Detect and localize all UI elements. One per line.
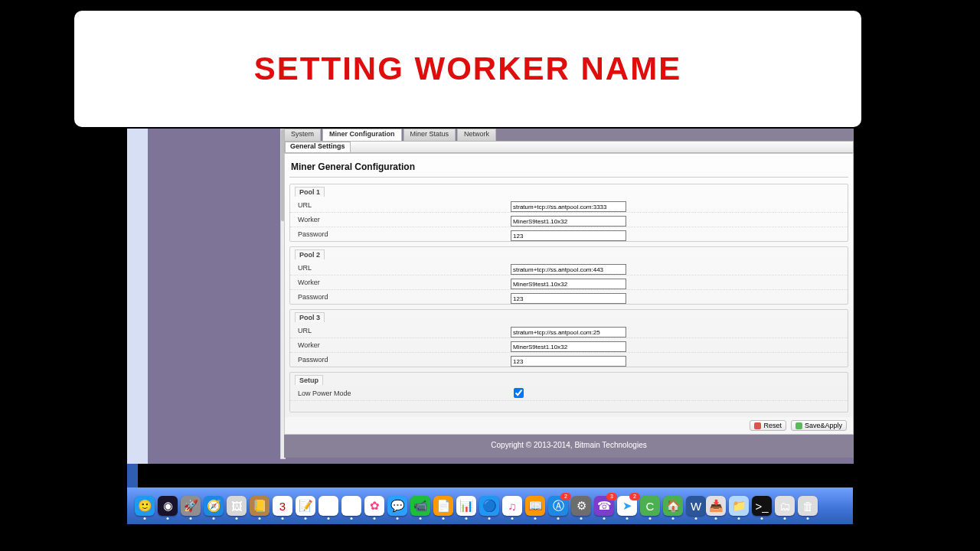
- terminal-icon[interactable]: >_: [752, 496, 772, 516]
- save-icon: [795, 422, 802, 429]
- running-dot: [328, 517, 330, 520]
- word-icon[interactable]: W: [686, 496, 706, 516]
- running-dot: [420, 517, 422, 520]
- preview-icon[interactable]: 🖼: [227, 496, 247, 516]
- running-dot: [259, 517, 261, 520]
- pool1-password-input[interactable]: [511, 230, 626, 241]
- miner-config-window: System Miner Configuration Miner Status …: [127, 129, 854, 464]
- footer-copyright: Copyright © 2013-2014, Bitmain Technolog…: [284, 435, 854, 455]
- tab-miner-configuration[interactable]: Miner Configuration: [322, 129, 402, 141]
- reset-button[interactable]: Reset: [750, 420, 786, 431]
- running-dot: [305, 517, 307, 520]
- running-dot: [374, 517, 376, 520]
- reminders-icon[interactable]: ☑: [341, 496, 361, 516]
- title-card: SETTING WORKER NAME: [74, 11, 861, 127]
- pool2-worker-input[interactable]: [511, 279, 626, 289]
- running-dot: [397, 517, 399, 520]
- running-dot: [351, 517, 353, 520]
- pool1-worker-input[interactable]: [511, 216, 626, 227]
- page-title: Miner General Configuration: [285, 161, 853, 177]
- facetime-icon[interactable]: 📹: [410, 496, 430, 516]
- running-dot: [761, 517, 763, 520]
- itunes-icon[interactable]: ♫: [502, 496, 522, 516]
- siri-icon[interactable]: ◉: [158, 496, 178, 516]
- camtasia-icon[interactable]: C: [640, 496, 660, 516]
- pool3-worker-input[interactable]: [511, 341, 626, 352]
- dock: 🙂◉🚀🧭🖼📒3📝🗺☑✿💬📹📄📊🔵♫📖Ⓐ2⚙☎3➤2C🏠W 📥📁>_🗂🗑: [127, 487, 853, 524]
- contacts-icon[interactable]: 📒: [250, 496, 270, 516]
- running-dot: [715, 517, 717, 520]
- maps-icon[interactable]: 🗺: [318, 496, 338, 516]
- app-generic-icon[interactable]: 🏠: [663, 496, 683, 516]
- tab-system[interactable]: System: [284, 129, 321, 141]
- launchpad-icon[interactable]: 🚀: [181, 496, 201, 516]
- low-power-label: Low Power Mode: [290, 390, 511, 397]
- pool1-password-label: Password: [290, 230, 511, 238]
- running-dot: [649, 517, 652, 520]
- pool1-url-label: URL: [290, 201, 511, 209]
- running-dot: [213, 517, 215, 520]
- subtab-general-settings[interactable]: General Settings: [285, 142, 351, 152]
- appstore-icon[interactable]: Ⓐ2: [548, 496, 568, 516]
- running-dot: [807, 517, 809, 520]
- running-dot: [511, 517, 514, 520]
- settings-icon[interactable]: ⚙: [571, 496, 591, 516]
- badge: 3: [606, 493, 617, 500]
- running-dot: [488, 517, 491, 520]
- sub-tabs: General Settings: [284, 141, 854, 153]
- pages-icon[interactable]: 📄: [433, 496, 453, 516]
- running-dot: [236, 517, 238, 520]
- messages-icon[interactable]: 💬: [387, 496, 407, 516]
- running-dot: [695, 517, 697, 520]
- reset-button-label: Reset: [763, 422, 782, 429]
- pool3-fieldset: Pool 3 URL Worker Password: [289, 309, 848, 367]
- running-dot: [167, 517, 169, 520]
- finder-icon[interactable]: 🙂: [135, 496, 155, 516]
- running-dot: [738, 517, 740, 520]
- ibooks-icon[interactable]: 📖: [525, 496, 545, 516]
- setup-fieldset: Setup Low Power Mode: [289, 372, 848, 412]
- main-tabs: System Miner Configuration Miner Status …: [284, 129, 854, 141]
- running-dot: [672, 517, 675, 520]
- save-apply-button[interactable]: Save&Apply: [791, 420, 847, 431]
- running-dot: [282, 517, 284, 520]
- pool2-url-input[interactable]: [511, 264, 626, 275]
- save-button-label: Save&Apply: [805, 422, 842, 429]
- pool1-worker-label: Worker: [290, 216, 511, 223]
- running-dot: [466, 517, 468, 520]
- photos-icon[interactable]: ✿: [364, 496, 384, 516]
- running-dot: [603, 517, 606, 520]
- pool1-url-input[interactable]: [511, 201, 626, 212]
- downloads-icon[interactable]: 📥: [706, 496, 726, 516]
- pool3-password-input[interactable]: [511, 356, 626, 367]
- pool1-legend: Pool 1: [295, 187, 325, 197]
- pool3-url-label: URL: [290, 327, 511, 334]
- badge: 2: [629, 493, 640, 500]
- folder-icon[interactable]: 📁: [729, 496, 749, 516]
- pool2-legend: Pool 2: [295, 249, 325, 259]
- notes-icon[interactable]: 📝: [296, 496, 315, 516]
- pool2-password-input[interactable]: [511, 293, 626, 304]
- reset-icon: [754, 422, 761, 429]
- button-bar: Reset Save&Apply: [285, 417, 853, 434]
- pool2-worker-label: Worker: [290, 279, 511, 286]
- low-power-checkbox[interactable]: [514, 388, 524, 398]
- numbers-icon[interactable]: 📊: [456, 496, 476, 516]
- pool3-url-input[interactable]: [511, 327, 626, 337]
- pool3-legend: Pool 3: [295, 312, 325, 322]
- tab-miner-status[interactable]: Miner Status: [403, 129, 456, 141]
- stack-icon[interactable]: 🗂: [775, 496, 795, 516]
- trash-icon[interactable]: 🗑: [798, 496, 818, 516]
- tab-network[interactable]: Network: [457, 129, 496, 141]
- running-dot: [534, 517, 537, 520]
- telegram-icon[interactable]: ➤2: [617, 496, 637, 516]
- viber-icon[interactable]: ☎3: [594, 496, 614, 516]
- calendar-icon[interactable]: 3: [273, 496, 292, 516]
- config-page: Miner General Configuration Pool 1 URL W…: [284, 153, 854, 435]
- running-dot: [443, 517, 445, 520]
- sidebar-blank: [127, 129, 148, 464]
- running-dot: [190, 517, 192, 520]
- running-dot: [580, 517, 583, 520]
- safari-icon[interactable]: 🧭: [204, 496, 224, 516]
- keynote-icon[interactable]: 🔵: [479, 496, 499, 516]
